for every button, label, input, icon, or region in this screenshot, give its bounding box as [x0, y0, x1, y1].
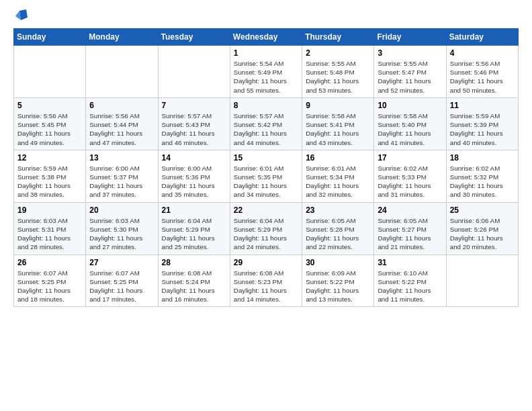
day-number: 2 — [306, 48, 370, 58]
day-info: Sunrise: 6:02 AMSunset: 5:32 PMDaylight:… — [450, 164, 515, 199]
calendar-day-cell: 5Sunrise: 5:56 AMSunset: 5:45 PMDaylight… — [14, 97, 86, 150]
calendar-day-cell: 7Sunrise: 5:57 AMSunset: 5:43 PMDaylight… — [158, 97, 230, 150]
calendar-day-cell — [14, 46, 86, 98]
day-number: 31 — [378, 258, 442, 267]
day-number: 27 — [89, 258, 154, 267]
calendar-header-row: SundayMondayTuesdayWednesdayThursdayFrid… — [14, 29, 519, 46]
day-info: Sunrise: 6:01 AMSunset: 5:34 PMDaylight:… — [306, 164, 370, 199]
calendar-day-cell — [158, 46, 230, 98]
calendar-day-cell: 28Sunrise: 6:08 AMSunset: 5:24 PMDayligh… — [158, 255, 230, 307]
day-info: Sunrise: 5:56 AMSunset: 5:44 PMDaylight:… — [89, 111, 154, 147]
calendar-day-cell: 17Sunrise: 6:02 AMSunset: 5:33 PMDayligh… — [374, 150, 446, 202]
calendar-week-row: 26Sunrise: 6:07 AMSunset: 5:25 PMDayligh… — [14, 255, 519, 307]
calendar-week-row: 5Sunrise: 5:56 AMSunset: 5:45 PMDaylight… — [14, 97, 519, 150]
calendar-day-cell: 25Sunrise: 6:06 AMSunset: 5:26 PMDayligh… — [446, 202, 518, 255]
header — [13, 11, 519, 20]
day-number: 26 — [17, 258, 82, 267]
day-info: Sunrise: 6:03 AMSunset: 5:31 PMDaylight:… — [17, 216, 82, 252]
calendar-day-cell: 26Sunrise: 6:07 AMSunset: 5:25 PMDayligh… — [14, 255, 86, 307]
calendar-header-day: Monday — [86, 29, 158, 46]
day-info: Sunrise: 6:06 AMSunset: 5:26 PMDaylight:… — [450, 216, 515, 252]
calendar-day-cell: 30Sunrise: 6:09 AMSunset: 5:22 PMDayligh… — [302, 255, 374, 307]
day-info: Sunrise: 6:05 AMSunset: 5:28 PMDaylight:… — [306, 216, 370, 252]
day-info: Sunrise: 5:59 AMSunset: 5:38 PMDaylight:… — [17, 164, 82, 199]
day-number: 13 — [89, 153, 154, 163]
day-number: 15 — [234, 153, 298, 163]
calendar-header-day: Tuesday — [158, 29, 230, 46]
day-info: Sunrise: 6:04 AMSunset: 5:29 PMDaylight:… — [162, 216, 226, 252]
day-number: 8 — [234, 101, 298, 110]
calendar-day-cell: 14Sunrise: 6:00 AMSunset: 5:36 PMDayligh… — [158, 150, 230, 202]
page: SundayMondayTuesdayWednesdayThursdayFrid… — [0, 0, 532, 411]
day-info: Sunrise: 5:57 AMSunset: 5:43 PMDaylight:… — [162, 111, 226, 147]
calendar-day-cell: 23Sunrise: 6:05 AMSunset: 5:28 PMDayligh… — [302, 202, 374, 255]
calendar-day-cell: 27Sunrise: 6:07 AMSunset: 5:25 PMDayligh… — [86, 255, 158, 307]
calendar-day-cell: 31Sunrise: 6:10 AMSunset: 5:22 PMDayligh… — [374, 255, 446, 307]
day-info: Sunrise: 6:00 AMSunset: 5:37 PMDaylight:… — [89, 164, 154, 199]
day-number: 12 — [17, 153, 82, 163]
day-info: Sunrise: 5:58 AMSunset: 5:40 PMDaylight:… — [378, 111, 442, 147]
calendar-day-cell: 8Sunrise: 5:57 AMSunset: 5:42 PMDaylight… — [230, 97, 302, 150]
day-number: 9 — [306, 101, 370, 110]
day-info: Sunrise: 5:59 AMSunset: 5:39 PMDaylight:… — [450, 111, 515, 147]
day-number: 28 — [162, 258, 226, 267]
day-number: 17 — [378, 153, 442, 163]
day-info: Sunrise: 6:07 AMSunset: 5:25 PMDaylight:… — [17, 269, 82, 304]
day-number: 21 — [162, 205, 226, 215]
day-number: 7 — [162, 101, 226, 110]
day-info: Sunrise: 6:01 AMSunset: 5:35 PMDaylight:… — [234, 164, 298, 199]
calendar-day-cell: 18Sunrise: 6:02 AMSunset: 5:32 PMDayligh… — [446, 150, 518, 202]
calendar-header-day: Sunday — [14, 29, 86, 46]
calendar-day-cell — [86, 46, 158, 98]
day-info: Sunrise: 6:08 AMSunset: 5:24 PMDaylight:… — [162, 269, 226, 304]
day-info: Sunrise: 6:05 AMSunset: 5:27 PMDaylight:… — [378, 216, 442, 252]
calendar-day-cell: 9Sunrise: 5:58 AMSunset: 5:41 PMDaylight… — [302, 97, 374, 150]
calendar-header-day: Saturday — [446, 29, 518, 46]
calendar-day-cell — [446, 255, 518, 307]
calendar: SundayMondayTuesdayWednesdayThursdayFrid… — [13, 28, 519, 307]
calendar-day-cell: 21Sunrise: 6:04 AMSunset: 5:29 PMDayligh… — [158, 202, 230, 255]
calendar-day-cell: 11Sunrise: 5:59 AMSunset: 5:39 PMDayligh… — [446, 97, 518, 150]
day-info: Sunrise: 6:03 AMSunset: 5:30 PMDaylight:… — [89, 216, 154, 252]
day-number: 3 — [378, 48, 442, 58]
day-number: 1 — [234, 48, 298, 58]
calendar-day-cell: 4Sunrise: 5:56 AMSunset: 5:46 PMDaylight… — [446, 46, 518, 98]
calendar-day-cell: 22Sunrise: 6:04 AMSunset: 5:29 PMDayligh… — [230, 202, 302, 255]
day-info: Sunrise: 6:09 AMSunset: 5:22 PMDaylight:… — [306, 269, 370, 304]
day-number: 24 — [378, 205, 442, 215]
day-number: 25 — [450, 205, 515, 215]
calendar-day-cell: 19Sunrise: 6:03 AMSunset: 5:31 PMDayligh… — [14, 202, 86, 255]
day-number: 19 — [17, 205, 82, 215]
calendar-day-cell: 1Sunrise: 5:54 AMSunset: 5:49 PMDaylight… — [230, 46, 302, 98]
day-number: 5 — [17, 101, 82, 110]
calendar-day-cell: 20Sunrise: 6:03 AMSunset: 5:30 PMDayligh… — [86, 202, 158, 255]
calendar-day-cell: 12Sunrise: 5:59 AMSunset: 5:38 PMDayligh… — [14, 150, 86, 202]
calendar-day-cell: 24Sunrise: 6:05 AMSunset: 5:27 PMDayligh… — [374, 202, 446, 255]
calendar-week-row: 19Sunrise: 6:03 AMSunset: 5:31 PMDayligh… — [14, 202, 519, 255]
logo-icon — [14, 8, 29, 23]
day-number: 6 — [89, 101, 154, 110]
day-info: Sunrise: 6:08 AMSunset: 5:23 PMDaylight:… — [234, 269, 298, 304]
day-number: 4 — [450, 48, 515, 58]
calendar-day-cell: 3Sunrise: 5:55 AMSunset: 5:47 PMDaylight… — [374, 46, 446, 98]
calendar-day-cell: 16Sunrise: 6:01 AMSunset: 5:34 PMDayligh… — [302, 150, 374, 202]
day-number: 22 — [234, 205, 298, 215]
day-number: 14 — [162, 153, 226, 163]
calendar-day-cell: 2Sunrise: 5:55 AMSunset: 5:48 PMDaylight… — [302, 46, 374, 98]
calendar-day-cell: 10Sunrise: 5:58 AMSunset: 5:40 PMDayligh… — [374, 97, 446, 150]
calendar-day-cell: 29Sunrise: 6:08 AMSunset: 5:23 PMDayligh… — [230, 255, 302, 307]
logo — [13, 11, 29, 20]
day-info: Sunrise: 5:56 AMSunset: 5:46 PMDaylight:… — [450, 59, 515, 95]
calendar-week-row: 12Sunrise: 5:59 AMSunset: 5:38 PMDayligh… — [14, 150, 519, 202]
day-info: Sunrise: 5:58 AMSunset: 5:41 PMDaylight:… — [306, 111, 370, 147]
day-number: 30 — [306, 258, 370, 267]
day-info: Sunrise: 5:57 AMSunset: 5:42 PMDaylight:… — [234, 111, 298, 147]
day-info: Sunrise: 5:55 AMSunset: 5:47 PMDaylight:… — [378, 59, 442, 95]
day-number: 11 — [450, 101, 515, 110]
day-info: Sunrise: 6:02 AMSunset: 5:33 PMDaylight:… — [378, 164, 442, 199]
svg-marker-0 — [19, 9, 28, 20]
calendar-day-cell: 13Sunrise: 6:00 AMSunset: 5:37 PMDayligh… — [86, 150, 158, 202]
day-number: 18 — [450, 153, 515, 163]
calendar-header-day: Thursday — [302, 29, 374, 46]
calendar-day-cell: 6Sunrise: 5:56 AMSunset: 5:44 PMDaylight… — [86, 97, 158, 150]
